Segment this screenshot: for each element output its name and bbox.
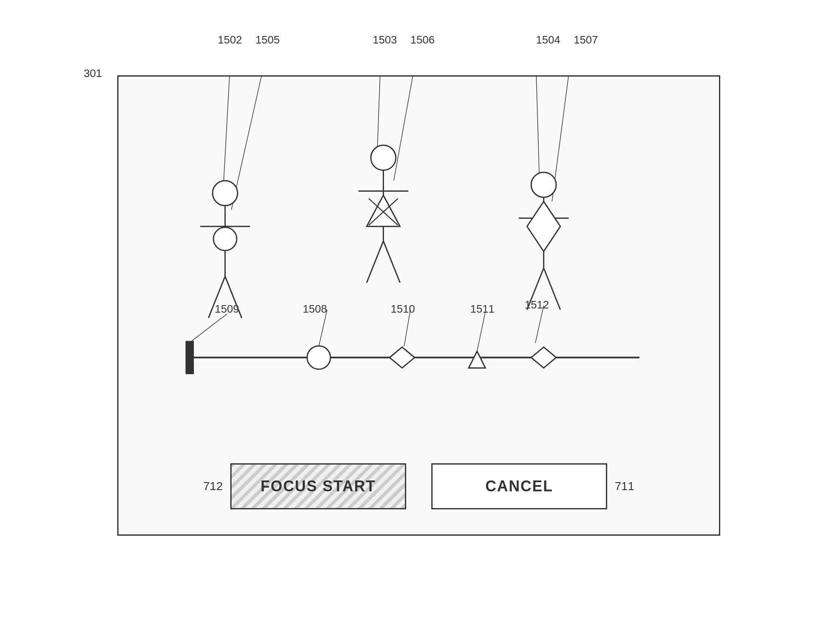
label-1502: 1502 — [218, 33, 242, 46]
main-box: 1509 1508 1510 1511 1512 712 FOCUS START… — [117, 75, 720, 536]
label-711: 711 — [615, 480, 634, 493]
diagram-container: 301 1502 1505 1503 1506 1504 1507 — [84, 33, 754, 598]
svg-marker-25 — [527, 201, 561, 251]
svg-line-31 — [192, 314, 227, 341]
label-1505: 1505 — [255, 33, 280, 46]
focus-start-button[interactable]: FOCUS START — [230, 463, 406, 509]
svg-marker-29 — [389, 347, 415, 368]
svg-line-3 — [394, 77, 419, 181]
label-1506: 1506 — [410, 33, 435, 46]
svg-line-5 — [552, 77, 573, 201]
label-712: 712 — [203, 480, 223, 493]
svg-rect-26 — [186, 341, 194, 375]
svg-line-34 — [477, 312, 485, 351]
svg-marker-17 — [367, 195, 400, 226]
svg-point-20 — [531, 172, 557, 198]
label-1509: 1509 — [215, 303, 239, 316]
svg-point-11 — [214, 227, 237, 251]
svg-line-19 — [369, 198, 398, 225]
svg-line-15 — [367, 241, 384, 282]
svg-line-4 — [535, 77, 539, 185]
label-1511: 1511 — [470, 303, 495, 316]
svg-line-0 — [223, 77, 232, 193]
svg-line-2 — [377, 77, 381, 156]
label-301: 301 — [84, 67, 102, 80]
label-1510: 1510 — [391, 303, 415, 316]
label-1508: 1508 — [303, 303, 327, 316]
cancel-button[interactable]: CANCEL — [431, 463, 607, 509]
svg-point-28 — [307, 346, 330, 369]
label-1503: 1503 — [373, 33, 397, 46]
svg-point-12 — [371, 145, 396, 170]
button-row: 712 FOCUS START CANCEL 711 — [119, 463, 719, 509]
svg-line-18 — [369, 198, 398, 225]
label-1504: 1504 — [536, 33, 560, 46]
svg-marker-30 — [469, 351, 485, 368]
svg-marker-36 — [531, 347, 557, 368]
svg-line-1 — [231, 77, 269, 210]
label-1507: 1507 — [574, 33, 598, 46]
svg-line-16 — [383, 241, 400, 282]
label-1512: 1512 — [525, 298, 549, 311]
svg-point-6 — [213, 181, 238, 206]
